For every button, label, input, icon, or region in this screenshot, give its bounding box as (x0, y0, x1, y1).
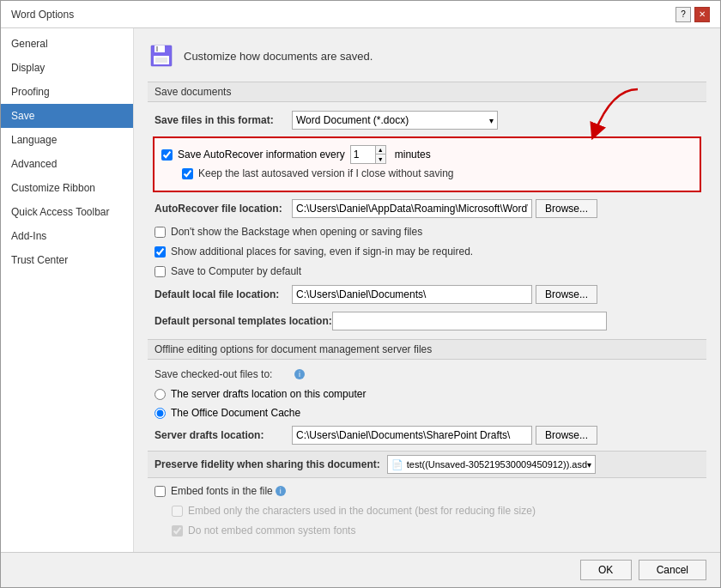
autorecover-row: Save AutoRecover information every ▲ ▼ m… (158, 143, 696, 166)
server-drafts-label: Server drafts location: (154, 429, 292, 441)
sidebar-item-add-ins[interactable]: Add-Ins (1, 224, 133, 248)
embed-only-checkbox[interactable] (172, 506, 183, 517)
radio-office-cache-row: The Office Document Cache (148, 405, 706, 421)
radio-server-drafts[interactable] (154, 389, 166, 400)
sidebar-item-proofing[interactable]: Proofing (1, 80, 133, 104)
default-local-input[interactable]: C:\Users\Daniel\Documents\ (292, 285, 532, 304)
embed-only-label: Embed only the characters used in the do… (188, 505, 536, 517)
sidebar-item-advanced[interactable]: Advanced (1, 152, 133, 176)
title-controls: ? ✕ (676, 7, 710, 22)
number-spinners: ▲ ▼ (375, 146, 385, 163)
sidebar-item-save[interactable]: Save (1, 104, 133, 128)
save-checked-row: Save checked-out files to: i (148, 367, 706, 382)
dialog-footer: OK Cancel (1, 552, 720, 587)
preserve-fidelity-label: Preserve fidelity when sharing this docu… (154, 458, 380, 470)
embed-fonts-checkbox[interactable] (154, 486, 166, 497)
sidebar-item-language[interactable]: Language (1, 128, 133, 152)
section-header: Customize how documents are saved. (148, 42, 706, 70)
no-backstage-row: Don't show the Backstage when opening or… (148, 224, 706, 239)
help-button[interactable]: ? (676, 7, 691, 22)
main-content: Customize how documents are saved. Save … (134, 28, 720, 552)
show-additional-checkbox[interactable] (154, 246, 166, 258)
autorecover-highlighted-box: Save AutoRecover information every ▲ ▼ m… (153, 136, 701, 192)
autorecover-label: Save AutoRecover information every (178, 149, 345, 161)
save-checked-label: Save checked-out files to: (154, 368, 292, 380)
preserve-fidelity-row: Preserve fidelity when sharing this docu… (148, 451, 706, 478)
ok-button[interactable]: OK (580, 560, 632, 580)
save-format-row: Save files in this format: Word Document… (148, 109, 706, 131)
autorecover-location-row: AutoRecover file location: C:\Users\Dani… (148, 197, 706, 220)
close-button[interactable]: ✕ (694, 7, 710, 22)
do-not-embed-row: Do not embed common system fonts (148, 523, 706, 538)
dialog-body: General Display Proofing Save Language A… (1, 28, 720, 552)
save-format-label: Save files in this format: (154, 114, 292, 126)
radio-server-drafts-row: The server drafts location on this compu… (148, 386, 706, 402)
sidebar-item-general[interactable]: General (1, 32, 133, 56)
svg-rect-4 (155, 58, 167, 63)
sidebar-item-display[interactable]: Display (1, 56, 133, 80)
embed-fonts-row: Embed fonts in the file i (148, 483, 706, 499)
browse-button-1[interactable]: Browse... (536, 199, 597, 218)
keep-last-checkbox[interactable] (182, 168, 193, 179)
save-to-computer-label: Save to Computer by default (171, 265, 301, 277)
minutes-input-wrapper: ▲ ▼ (350, 145, 386, 164)
show-additional-label: Show additional places for saving, even … (171, 246, 473, 258)
radio-server-drafts-label: The server drafts location on this compu… (171, 388, 366, 400)
header-text: Customize how documents are saved. (184, 50, 373, 63)
do-not-embed-label: Do not embed common system fonts (188, 524, 355, 536)
server-drafts-input[interactable]: C:\Users\Daniel\Documents\SharePoint Dra… (292, 426, 532, 445)
no-backstage-label: Don't show the Backstage when opening or… (171, 226, 422, 238)
save-format-dropdown[interactable]: Word Document (*.docx) ▾ (292, 111, 498, 130)
svg-rect-1 (154, 45, 165, 52)
spinner-down-button[interactable]: ▼ (376, 155, 385, 163)
svg-rect-2 (156, 46, 158, 52)
spinner-up-button[interactable]: ▲ (376, 146, 385, 155)
preserve-fidelity-dropdown[interactable]: 📄 test((Unsaved-305219530009450912)).asd… (387, 455, 596, 474)
no-backstage-checkbox[interactable] (154, 227, 166, 238)
sidebar-item-customize-ribbon[interactable]: Customize Ribbon (1, 176, 133, 200)
preserve-fidelity-value: test((Unsaved-305219530009450912)).asd (407, 459, 587, 470)
sidebar: General Display Proofing Save Language A… (1, 28, 134, 552)
minutes-label: minutes (395, 149, 431, 161)
default-templates-label: Default personal templates location: (154, 315, 332, 327)
dropdown-arrow-icon: ▾ (489, 116, 494, 125)
doc-icon: 📄 (391, 459, 403, 470)
sidebar-item-trust-center[interactable]: Trust Center (1, 248, 133, 272)
title-bar: Word Options ? ✕ (1, 1, 720, 28)
default-templates-row: Default personal templates location: (148, 310, 706, 332)
dialog-title: Word Options (11, 9, 74, 21)
offline-editing-header: Offline editing options for document man… (148, 339, 706, 360)
save-to-computer-row: Save to Computer by default (148, 264, 706, 279)
info-icon[interactable]: i (294, 369, 305, 379)
embed-fonts-label: Embed fonts in the file (171, 485, 273, 497)
save-icon (148, 42, 175, 70)
default-local-row: Default local file location: C:\Users\Da… (148, 283, 706, 306)
preserve-dropdown-arrow-icon: ▾ (587, 460, 591, 470)
autorecover-location-label: AutoRecover file location: (154, 203, 292, 215)
sidebar-item-quick-access[interactable]: Quick Access Toolbar (1, 200, 133, 224)
save-format-value: Word Document (*.docx) (296, 114, 409, 126)
embed-only-row: Embed only the characters used in the do… (148, 503, 706, 518)
autorecover-checkbox[interactable] (161, 149, 173, 161)
server-drafts-row: Server drafts location: C:\Users\Daniel\… (148, 424, 706, 446)
keep-last-label: Keep the last autosaved version if I clo… (198, 167, 454, 179)
default-templates-input[interactable] (332, 312, 607, 330)
default-local-label: Default local file location: (154, 288, 292, 300)
do-not-embed-checkbox[interactable] (172, 525, 183, 536)
keep-last-row: Keep the last autosaved version if I clo… (158, 166, 696, 181)
word-options-dialog: Word Options ? ✕ General Display Proofin… (0, 0, 721, 588)
minutes-input[interactable] (351, 146, 375, 163)
radio-office-cache-label: The Office Document Cache (171, 407, 300, 419)
autorecover-location-input[interactable]: C:\Users\Daniel\AppData\Roaming\Microsof… (292, 199, 532, 218)
browse-button-3[interactable]: Browse... (536, 426, 597, 445)
save-documents-header: Save documents (148, 82, 706, 102)
save-to-computer-checkbox[interactable] (154, 266, 166, 277)
embed-fonts-info-icon[interactable]: i (276, 486, 286, 496)
autorecover-container: Save AutoRecover information every ▲ ▼ m… (148, 136, 706, 192)
show-additional-row: Show additional places for saving, even … (148, 244, 706, 259)
cancel-button[interactable]: Cancel (639, 560, 706, 580)
browse-button-2[interactable]: Browse... (536, 285, 597, 304)
radio-office-cache[interactable] (154, 408, 166, 419)
